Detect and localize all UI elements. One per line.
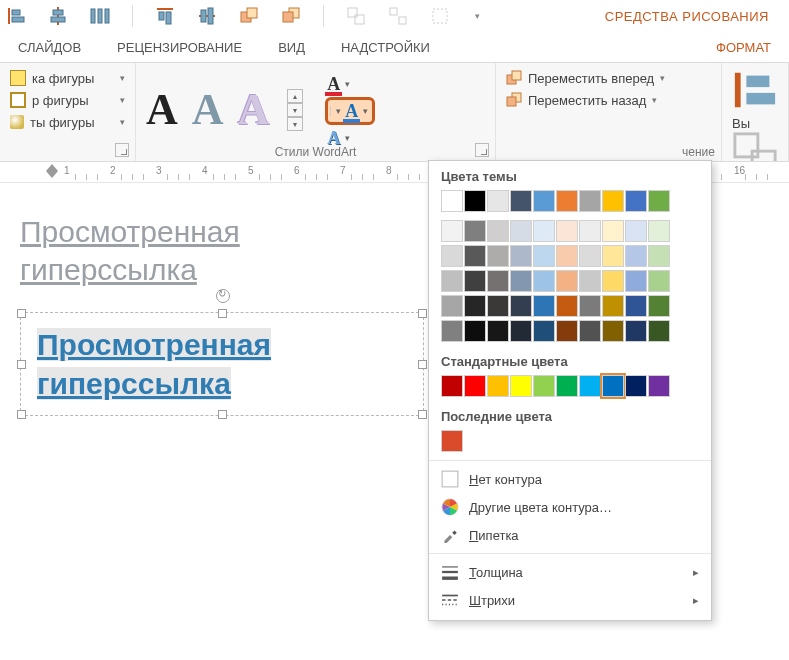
color-swatch[interactable]	[602, 320, 624, 342]
color-swatch[interactable]	[464, 220, 486, 242]
tab-format[interactable]: ФОРМАТ	[698, 32, 789, 62]
dialog-launcher-icon[interactable]	[475, 143, 489, 157]
align-top-icon[interactable]	[155, 6, 175, 26]
resize-handle[interactable]	[17, 410, 26, 419]
color-swatch[interactable]	[487, 320, 509, 342]
color-swatch[interactable]	[556, 295, 578, 317]
bring-forward-icon[interactable]	[239, 6, 259, 26]
color-swatch[interactable]	[556, 245, 578, 267]
color-swatch[interactable]	[510, 375, 532, 397]
color-swatch[interactable]	[579, 245, 601, 267]
chevron-down-icon[interactable]: ▾	[342, 133, 352, 143]
color-swatch[interactable]	[464, 190, 486, 212]
scroll-down-icon[interactable]: ▾	[287, 103, 303, 117]
resize-handle[interactable]	[218, 309, 227, 318]
group-icon[interactable]	[346, 6, 366, 26]
color-swatch[interactable]	[487, 375, 509, 397]
ungroup-icon[interactable]	[388, 6, 408, 26]
color-swatch[interactable]	[579, 190, 601, 212]
color-swatch[interactable]	[625, 245, 647, 267]
group-button[interactable]: Гр	[732, 131, 778, 161]
tab-addins[interactable]: НАДСТРОЙКИ	[323, 32, 448, 62]
color-swatch[interactable]	[556, 375, 578, 397]
scroll-up-icon[interactable]: ▴	[287, 89, 303, 103]
more-outline-colors-item[interactable]: Другие цвета контура…	[429, 493, 711, 521]
color-swatch[interactable]	[556, 190, 578, 212]
send-backward-button[interactable]: Переместить назад ▾	[506, 89, 711, 111]
color-swatch[interactable]	[487, 220, 509, 242]
color-swatch[interactable]	[464, 270, 486, 292]
color-swatch[interactable]	[510, 220, 532, 242]
chevron-down-icon[interactable]: ▾	[342, 79, 352, 89]
color-swatch[interactable]	[625, 320, 647, 342]
color-swatch[interactable]	[487, 270, 509, 292]
color-swatch[interactable]	[579, 220, 601, 242]
color-swatch[interactable]	[579, 320, 601, 342]
color-swatch[interactable]	[556, 270, 578, 292]
color-swatch[interactable]	[533, 270, 555, 292]
color-swatch[interactable]	[602, 190, 624, 212]
color-swatch[interactable]	[556, 320, 578, 342]
color-swatch[interactable]	[602, 220, 624, 242]
split-left-icon[interactable]: ▾	[330, 106, 343, 116]
selected-text[interactable]: Просмотренная гиперссылка	[37, 325, 407, 403]
shape-fill-button[interactable]: ка фигуры ▾	[10, 67, 125, 89]
color-swatch[interactable]	[464, 375, 486, 397]
color-swatch[interactable]	[602, 270, 624, 292]
weight-submenu[interactable]: Толщина ▸	[429, 558, 711, 586]
send-backward-icon[interactable]	[281, 6, 301, 26]
color-swatch[interactable]	[441, 220, 463, 242]
resize-handle[interactable]	[17, 360, 26, 369]
resize-handle[interactable]	[418, 309, 427, 318]
color-swatch[interactable]	[510, 270, 532, 292]
color-swatch[interactable]	[648, 245, 670, 267]
align-middle-v-icon[interactable]	[197, 6, 217, 26]
color-swatch[interactable]	[579, 295, 601, 317]
color-swatch[interactable]	[441, 295, 463, 317]
resize-handle[interactable]	[218, 410, 227, 419]
regroup-icon[interactable]	[430, 6, 450, 26]
color-swatch[interactable]	[510, 190, 532, 212]
color-swatch[interactable]	[602, 375, 624, 397]
chevron-down-icon[interactable]: ▾	[360, 106, 370, 116]
tab-slides[interactable]: СЛАЙДОВ	[0, 32, 99, 62]
color-swatch[interactable]	[533, 245, 555, 267]
color-swatch[interactable]	[648, 320, 670, 342]
color-swatch[interactable]	[648, 190, 670, 212]
shape-effects-button[interactable]: ты фигуры ▾	[10, 111, 125, 133]
color-swatch[interactable]	[441, 320, 463, 342]
color-swatch[interactable]	[464, 320, 486, 342]
eyedropper-item[interactable]: Пипетка	[429, 521, 711, 549]
color-swatch[interactable]	[533, 295, 555, 317]
color-swatch[interactable]	[441, 430, 463, 452]
color-swatch[interactable]	[533, 190, 555, 212]
color-swatch[interactable]	[487, 190, 509, 212]
chevron-down-icon[interactable]: ▾	[472, 6, 482, 26]
color-swatch[interactable]	[579, 375, 601, 397]
tab-review[interactable]: РЕЦЕНЗИРОВАНИЕ	[99, 32, 260, 62]
text-fill-button[interactable]: A ▾	[325, 75, 375, 93]
rotate-handle-icon[interactable]	[216, 289, 230, 303]
no-outline-item[interactable]: Нет контура	[429, 465, 711, 493]
color-swatch[interactable]	[625, 190, 647, 212]
shape-outline-button[interactable]: р фигуры ▾	[10, 89, 125, 111]
color-swatch[interactable]	[625, 375, 647, 397]
color-swatch[interactable]	[602, 295, 624, 317]
text-outline-button[interactable]: ▾ A ▾	[325, 97, 375, 125]
selected-textbox[interactable]: Просмотренная гиперссылка	[20, 312, 424, 416]
expand-icon[interactable]: ▾	[287, 117, 303, 131]
distribute-h-icon[interactable]	[90, 6, 110, 26]
resize-handle[interactable]	[418, 410, 427, 419]
color-swatch[interactable]	[441, 190, 463, 212]
color-swatch[interactable]	[533, 320, 555, 342]
resize-handle[interactable]	[17, 309, 26, 318]
wordart-preset-3[interactable]: A	[238, 88, 270, 132]
color-swatch[interactable]	[602, 245, 624, 267]
dialog-launcher-icon[interactable]	[115, 143, 129, 157]
color-swatch[interactable]	[648, 270, 670, 292]
color-swatch[interactable]	[441, 270, 463, 292]
color-swatch[interactable]	[648, 220, 670, 242]
wordart-preset-1[interactable]: A	[146, 88, 178, 132]
color-swatch[interactable]	[441, 375, 463, 397]
color-swatch[interactable]	[464, 295, 486, 317]
